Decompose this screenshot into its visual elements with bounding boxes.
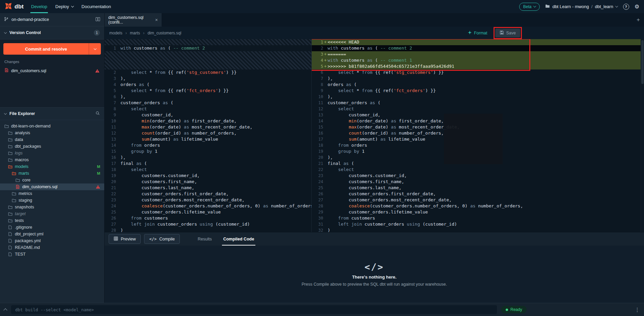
- beta-toggle[interactable]: Beta: [519, 3, 540, 11]
- code-line-24[interactable]: 24 coalesce(customer_orders.number_of_or…: [105, 203, 311, 209]
- settings-gear-button[interactable]: ⚙: [635, 3, 639, 10]
- tree-item-dim-customers-sql[interactable]: dim_customers.sql: [0, 183, 104, 190]
- tree-item-logs[interactable]: logs: [0, 150, 104, 156]
- dbt-logo[interactable]: dbt: [5, 0, 24, 13]
- code-line-32[interactable]: 32): [312, 227, 641, 232]
- tab-results[interactable]: Results: [192, 232, 218, 246]
- tree-item-marts[interactable]: martsM: [0, 170, 104, 177]
- code-line-28[interactable]: 28 coalesce(customer_orders.number_of_or…: [312, 203, 641, 209]
- code-line-2[interactable]: 2 select * from {{ ref('stg_customers') …: [105, 69, 311, 76]
- code-line-8[interactable]: 8 select: [105, 106, 311, 112]
- code-line-14[interactable]: 14 from orders: [105, 142, 311, 148]
- tree-item-snapshots[interactable]: snapshots: [0, 204, 104, 210]
- code-line-22[interactable]: 22 customer_orders.first_order_date,: [105, 191, 311, 197]
- code-line-11[interactable]: 11customer_orders as (: [312, 100, 641, 106]
- code-line-27[interactable]: 27 left join customer_orders using (cust…: [105, 221, 311, 227]
- tree-item-staging[interactable]: staging: [0, 197, 104, 204]
- close-icon[interactable]: ×: [155, 17, 158, 23]
- compile-button[interactable]: </> Compile: [144, 234, 180, 244]
- tree-item--gitignore[interactable]: .gitignore: [0, 224, 104, 231]
- code-line-6[interactable]: 6),: [105, 94, 311, 100]
- code-line-24[interactable]: 24 customers.first_name,: [312, 179, 641, 185]
- code-line-22[interactable]: 22 select: [312, 167, 641, 173]
- new-tab-button[interactable]: +: [633, 17, 644, 23]
- code-line-25[interactable]: 25 customers.last_name,: [312, 185, 641, 191]
- code-line-9[interactable]: 9 select * from {{ ref('fct_orders') }}: [312, 88, 641, 94]
- breadcrumb-file[interactable]: dim_customers.sql: [147, 31, 181, 35]
- code-line-7[interactable]: 7customer_orders as (: [105, 100, 311, 106]
- code-line-27[interactable]: 27 customer_orders.most_recent_order_dat…: [312, 197, 641, 203]
- tree-item-dbt-project-yml[interactable]: dbt_project.yml: [0, 231, 104, 237]
- code-line-20[interactable]: 20 customers.first_name,: [105, 179, 311, 185]
- breadcrumb-marts[interactable]: marts: [130, 31, 140, 35]
- changed-file-row[interactable]: dim_customers.sql: [3, 67, 101, 75]
- code-line-17[interactable]: 17final as (: [105, 161, 311, 167]
- dbt-command-input[interactable]: [11, 305, 497, 314]
- code-line-1[interactable]: 1+<<<<<<< HEAD: [312, 39, 641, 45]
- code-line-10[interactable]: 10),: [312, 94, 641, 100]
- code-line-9[interactable]: 9 customer_id,: [105, 112, 311, 118]
- code-line-13[interactable]: 13 sum(amount) as lifetime_value: [105, 136, 311, 142]
- file-search-icon[interactable]: [95, 111, 100, 116]
- preview-button[interactable]: Preview: [109, 234, 141, 244]
- scrollbar-thumb[interactable]: [641, 40, 644, 84]
- code-line-26[interactable]: 26 customer_orders.first_order_date,: [312, 191, 641, 197]
- code-pane-left[interactable]: 1with customers as ( -- comment 22 selec…: [105, 39, 312, 232]
- code-line-21[interactable]: 21 customers.last_name,: [105, 185, 311, 191]
- chevron-up-icon[interactable]: [3, 308, 7, 312]
- nav-develop[interactable]: Develop: [31, 0, 47, 13]
- code-line-7[interactable]: 7),: [312, 76, 641, 82]
- tree-item-packages-yml[interactable]: packages.yml: [0, 237, 104, 244]
- reader-panel-icon[interactable]: [95, 17, 100, 22]
- code-line-3[interactable]: 3),: [105, 76, 311, 82]
- commit-options-caret[interactable]: [89, 43, 101, 55]
- code-line-5[interactable]: 5 select * from {{ ref('fct_orders') }}: [105, 88, 311, 94]
- account-project-switcher[interactable]: dbt Learn - mwong / dbt_learn: [545, 4, 617, 9]
- code-line-31[interactable]: 31 left join customer_orders using (cust…: [312, 221, 641, 227]
- code-line-23[interactable]: 23 customer_orders.most_recent_order_dat…: [105, 197, 311, 203]
- tree-item-macros[interactable]: macros: [0, 156, 104, 163]
- tree-item-test[interactable]: TEST: [0, 251, 104, 258]
- code-line-26[interactable]: 26 from customers: [105, 215, 311, 221]
- tab-compiled-code[interactable]: Compiled Code: [218, 232, 260, 246]
- tree-item-target[interactable]: target: [0, 210, 104, 217]
- branch-name[interactable]: on-demand-practice: [11, 17, 49, 22]
- help-button[interactable]: ?: [623, 4, 629, 10]
- tree-item-tests[interactable]: tests: [0, 217, 104, 224]
- format-button[interactable]: Format: [468, 30, 487, 36]
- code-line-25[interactable]: 25 customer_orders.lifetime_value: [105, 209, 311, 215]
- tab-dim-customers[interactable]: dim_customers.sql (confli... ×: [105, 13, 162, 27]
- nav-deploy[interactable]: Deploy: [55, 0, 73, 13]
- code-line-23[interactable]: 23 customers.customer_id,: [312, 173, 641, 179]
- code-line-18[interactable]: 18 select: [105, 167, 311, 173]
- breadcrumb-models[interactable]: models: [109, 31, 122, 35]
- version-control-header[interactable]: Version Control 1: [0, 26, 104, 39]
- nav-documentation[interactable]: Documentation: [82, 0, 111, 13]
- tree-item-dbt-packages[interactable]: dbt_packages: [0, 143, 104, 150]
- tree-item-data[interactable]: data: [0, 136, 104, 143]
- tree-item-metrics[interactable]: metrics: [0, 190, 104, 197]
- code-line-8[interactable]: 8orders as (: [312, 82, 641, 88]
- tree-item-readme-md[interactable]: README.md: [0, 244, 104, 251]
- tree-item-analysis[interactable]: analysis: [0, 130, 104, 136]
- code-line-30[interactable]: 30 from customers: [312, 215, 641, 221]
- kebab-menu-icon[interactable]: ⋮: [635, 307, 640, 313]
- code-line-28[interactable]: 28): [105, 227, 311, 232]
- code-line-19[interactable]: 19 customers.customer_id,: [105, 173, 311, 179]
- code-line-5[interactable]: 5+>>>>>>> b81f802a66fd544504c65721e3ffaa…: [312, 63, 641, 69]
- file-explorer-header[interactable]: File Explorer: [0, 108, 104, 120]
- tree-item-dbt-learn-on-demand[interactable]: dbt-learn-on-demand: [0, 123, 104, 130]
- code-line-12[interactable]: 12 select: [312, 106, 641, 112]
- code-line-6[interactable]: 6 select * from {{ ref('stg_customers') …: [312, 69, 641, 76]
- code-line-2[interactable]: 2with customers as ( -- comment 2: [312, 45, 641, 51]
- code-line-4[interactable]: 4orders as (: [105, 82, 311, 88]
- code-line-16[interactable]: 16),: [105, 154, 311, 161]
- tree-item-core[interactable]: core: [0, 177, 104, 183]
- tree-item-models[interactable]: modelsM: [0, 163, 104, 170]
- code-line-4[interactable]: 4+with customers as ( -- comment 1: [312, 57, 641, 63]
- code-line-3[interactable]: 3+=======: [312, 51, 641, 57]
- code-pane-right[interactable]: 1+<<<<<<< HEAD2with customers as ( -- co…: [312, 39, 641, 232]
- commit-and-resolve-button[interactable]: Commit and resolve: [3, 43, 101, 55]
- save-button[interactable]: Save: [495, 29, 521, 37]
- status-badge[interactable]: Ready: [501, 306, 527, 313]
